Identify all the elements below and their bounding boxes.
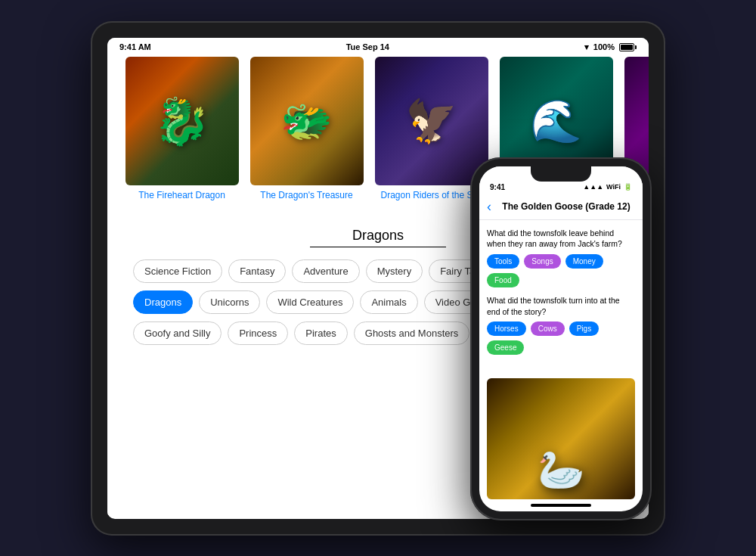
question-block-1: What did the townsfolk leave behind when… [487,228,635,287]
question-text-1: What did the townsfolk leave behind when… [487,228,635,250]
answer-tools[interactable]: Tools [487,254,519,269]
phone-header: ‹ The Golden Goose (Grade 12) [479,194,643,220]
phone-device: 9:41 ▲▲▲ WiFi 🔋 ‹ The Golden Goose (Grad… [470,157,652,520]
signal-icon: ▲▲▲ [583,183,603,191]
tag-princess[interactable]: Princess [228,321,288,345]
answer-horses[interactable]: Horses [487,321,526,336]
tag-science-fiction[interactable]: Science Fiction [133,259,222,283]
tag-pirates[interactable]: Pirates [294,321,347,345]
battery-phone-icon: 🔋 [624,183,632,191]
tablet-time: 9:41 AM [119,42,151,51]
tag-mystery[interactable]: Mystery [366,259,423,283]
phone-content: What did the townsfolk leave behind when… [479,220,643,499]
book-item-1[interactable]: The Fireheart Dragon [119,57,244,216]
question-text-2: What did the townsfolk turn into at the … [487,295,635,317]
battery-icon [619,43,637,51]
answer-songs[interactable]: Songs [524,254,560,269]
tag-ghosts-monsters[interactable]: Ghosts and Monsters [354,321,470,345]
back-button[interactable]: ‹ [487,199,491,215]
answer-money[interactable]: Money [565,254,603,269]
tablet-status-bar: 9:41 AM Tue Sep 14 ▾ 100% [107,38,649,57]
phone-screen: 9:41 ▲▲▲ WiFi 🔋 ‹ The Golden Goose (Grad… [479,166,643,511]
book-title-1: The Fireheart Dragon [125,190,239,202]
phone-time: 9:41 [490,183,505,191]
tag-adventure[interactable]: Adventure [292,259,359,283]
phone-notch [531,166,591,182]
answer-options-2: Horses Cows Pigs Geese [487,321,635,355]
book-title-2: The Dragon's Treasure [250,190,364,202]
phone-book-title: The Golden Goose (Grade 12) [497,201,635,212]
tag-fantasy[interactable]: Fantasy [228,259,286,283]
book-cover-1 [125,57,239,185]
question-block-2: What did the townsfolk turn into at the … [487,295,635,355]
tablet-device: 9:41 AM Tue Sep 14 ▾ 100% The Fireheart … [91,21,665,536]
phone-home-indicator[interactable] [531,504,591,507]
answer-cows[interactable]: Cows [531,321,565,336]
answer-geese[interactable]: Geese [487,340,524,355]
phone-status-right: ▲▲▲ WiFi 🔋 [583,183,632,191]
phone-story-image [487,378,635,499]
tag-goofy-silly[interactable]: Goofy and Silly [133,321,222,345]
wifi-phone-icon: WiFi [606,183,621,191]
tag-unicorns[interactable]: Unicorns [199,290,260,314]
tag-animals[interactable]: Animals [360,290,417,314]
book-cover-3 [375,57,488,185]
book-item-2[interactable]: The Dragon's Treasure [244,57,369,216]
filter-label: Dragons [352,228,404,244]
filter-underline [310,247,446,247]
answer-food[interactable]: Food [487,273,519,287]
wifi-icon: ▾ [584,42,589,52]
answer-pigs[interactable]: Pigs [569,321,599,336]
tablet-date: Tue Sep 14 [346,42,389,51]
tablet-status-right: ▾ 100% [584,42,637,52]
answer-options-1: Tools Songs Money Food [487,254,635,287]
tag-dragons[interactable]: Dragons [133,290,193,314]
tag-wild-creatures[interactable]: Wild Creatures [266,290,354,314]
book-cover-2 [250,57,364,185]
battery-percent: 100% [593,42,615,51]
